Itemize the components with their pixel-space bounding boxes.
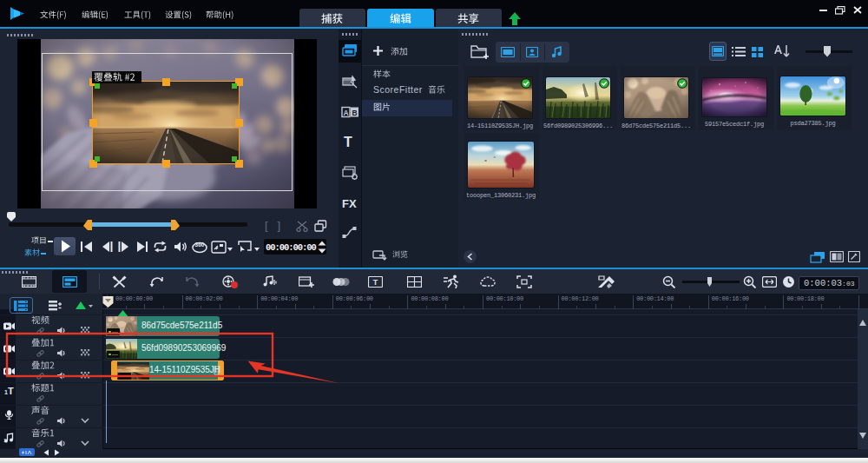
svg-text:T: T [373,278,378,287]
svg-text:B: B [352,109,357,117]
svg-text:A: A [343,109,348,117]
svg-text:360: 360 [195,241,205,248]
